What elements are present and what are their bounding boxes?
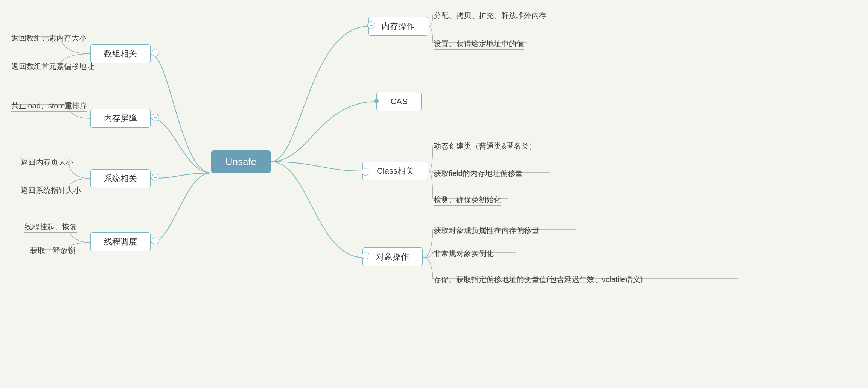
class-leaf-1: 动态创建类（普通类&匿名类） [434, 141, 536, 151]
object-leaf-3: 存储、获取指定偏移地址的变量值(包含延迟生效、volatile语义) [434, 274, 643, 285]
thread-node: 线程调度 [90, 232, 151, 251]
class-minus[interactable]: − [362, 168, 369, 176]
memory-label: 内存操作 [382, 21, 415, 32]
memory-leaf-1: 分配、拷贝、扩充、释放堆外内存 [434, 11, 547, 21]
cas-dot [374, 99, 379, 103]
barrier-node: 内存屏障 [90, 109, 151, 128]
object-node: 对象操作 [362, 247, 423, 266]
system-leaf-1: 返回内存页大小 [21, 157, 73, 167]
system-label: 系统相关 [104, 173, 137, 184]
barrier-leaf-1: 禁止load、store重排序 [11, 101, 87, 111]
array-leaf-1: 返回数组元素内存大小 [11, 33, 87, 43]
array-leaf-2: 返回数组首元素偏移地址 [11, 61, 94, 71]
thread-minus[interactable]: − [152, 237, 159, 244]
cas-node: CAS [376, 92, 422, 111]
system-minus[interactable]: − [152, 174, 159, 181]
center-label: Unsafe [225, 156, 256, 168]
object-leaf-2: 非常规对象实例化 [434, 249, 494, 259]
class-leaf-2: 获取field的内存地址偏移量 [434, 168, 523, 179]
array-minus[interactable]: − [152, 49, 159, 56]
object-minus[interactable]: − [362, 252, 369, 259]
memory-leaf-2: 设置、获得给定地址中的值 [434, 39, 524, 49]
memory-minus[interactable]: − [367, 21, 375, 29]
cas-label: CAS [390, 97, 407, 106]
center-node: Unsafe [211, 150, 271, 173]
class-label: Class相关 [377, 165, 414, 177]
array-label: 数组相关 [104, 48, 137, 59]
class-leaf-3: 检测、确保类初始化 [434, 195, 501, 205]
barrier-minus[interactable]: − [152, 114, 159, 121]
class-node: Class相关 [362, 162, 428, 180]
system-leaf-2: 返回系统指针大小 [21, 185, 81, 196]
object-label: 对象操作 [376, 251, 409, 262]
thread-leaf-2: 获取、释放锁 [30, 246, 75, 256]
thread-label: 线程调度 [104, 236, 137, 247]
memory-node: 内存操作 [368, 17, 428, 36]
array-node: 数组相关 [90, 44, 151, 63]
thread-leaf-1: 线程挂起、恢复 [24, 222, 77, 232]
barrier-label: 内存屏障 [104, 113, 137, 124]
system-node: 系统相关 [90, 169, 151, 188]
object-leaf-1: 获取对象成员属性在内存偏移量 [434, 226, 539, 236]
